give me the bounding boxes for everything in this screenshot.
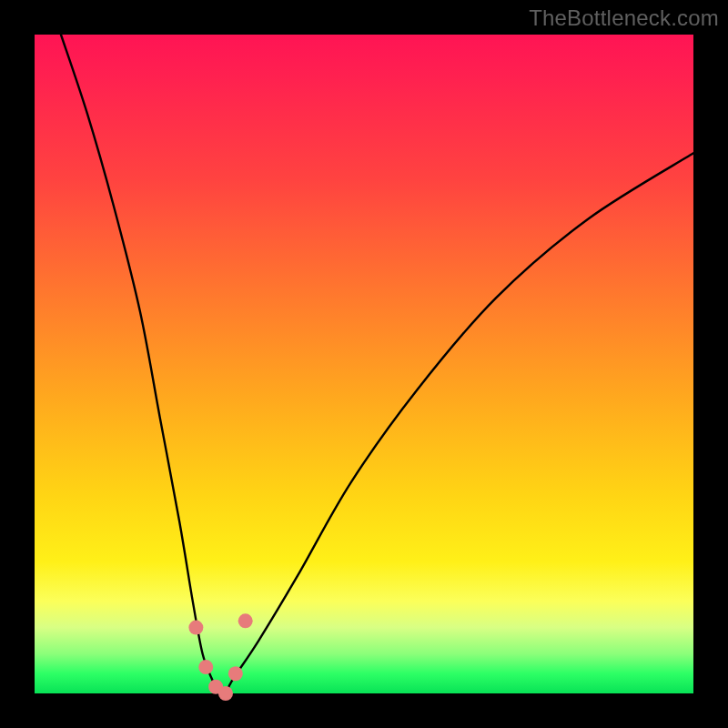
watermark-text: TheBottleneck.com — [529, 5, 719, 31]
curve-layer — [35, 35, 693, 693]
bottleneck-curve — [61, 35, 693, 695]
trough-marker — [218, 686, 233, 701]
trough-marker — [238, 613, 253, 628]
trough-marker — [188, 621, 203, 635]
plot-area — [35, 35, 693, 693]
trough-marker — [198, 660, 213, 674]
trough-markers — [188, 613, 252, 701]
trough-marker — [228, 666, 243, 681]
chart-frame: TheBottleneck.com — [0, 0, 728, 728]
